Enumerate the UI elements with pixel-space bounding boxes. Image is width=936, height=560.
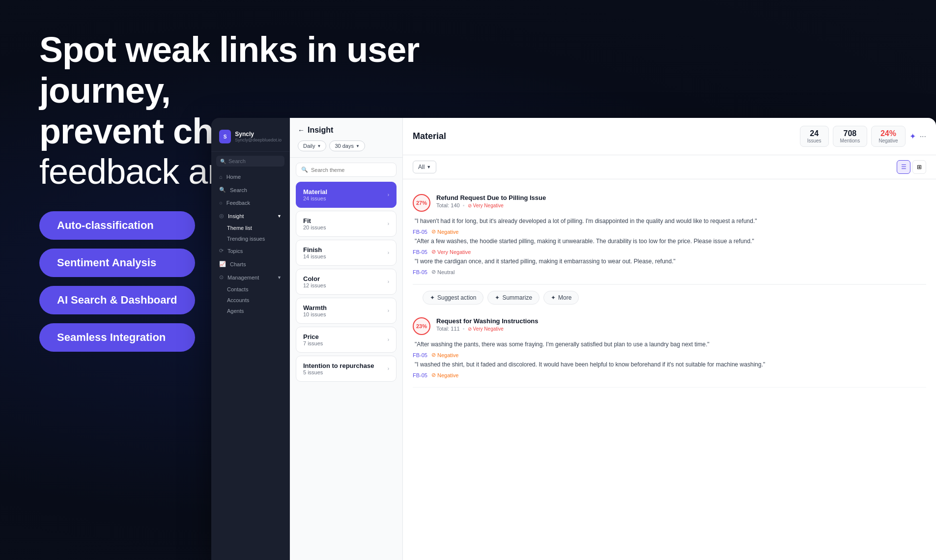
sidebar-item-topics[interactable]: ⟳ Topics (211, 244, 289, 257)
dot-separator: • (463, 202, 465, 208)
sidebar-sub-accounts[interactable]: Accounts (211, 295, 289, 306)
stat-negative-label: Negative (879, 138, 898, 143)
sentiment-label: Neutral (437, 269, 454, 275)
right-panel: Material 24 Issues 708 Mentions 24% Nega… (403, 118, 936, 560)
daily-filter-label: Daily (303, 143, 315, 149)
theme-card-fit[interactable]: Fit 20 issues › (296, 211, 397, 237)
stat-negative-num: 24% (879, 129, 898, 138)
insight-icon: ◎ (219, 213, 224, 219)
theme-card-color[interactable]: Color 12 issues › (296, 269, 397, 295)
back-button[interactable]: ← Insight (298, 126, 395, 135)
sidebar-sub-contacts[interactable]: Contacts (211, 284, 289, 295)
theme-search-input[interactable] (311, 167, 391, 173)
daily-filter[interactable]: Daily ▼ (298, 140, 326, 151)
grid-view-button[interactable]: ⊞ (912, 160, 926, 174)
feedback-title-group: Request for Washing Instructions Total: … (436, 317, 926, 332)
sidebar-item-charts[interactable]: 📈 Charts (211, 257, 289, 271)
feedback-item: 23% Request for Washing Instructions Tot… (413, 310, 926, 388)
theme-card-warmth[interactable]: Warmth 10 issues › (296, 298, 397, 324)
feedback-header: 27% Refund Request Due to Pilling Issue … (413, 194, 926, 212)
feedback-list: 27% Refund Request Due to Pilling Issue … (403, 179, 936, 560)
sidebar-item-home[interactable]: ⌂ Home (211, 170, 289, 183)
quote-tags: FB-05 ⊘ Neutral (413, 269, 926, 275)
quote-text: "I wore the cardigan once, and it starte… (415, 257, 926, 266)
stat-mentions-label: Mentions (840, 138, 860, 143)
badge-ai-search-dashboard[interactable]: AI Search & Dashboard (39, 286, 195, 314)
days-filter-label: 30 days (335, 143, 354, 149)
theme-card-price[interactable]: Price 7 issues › (296, 327, 397, 353)
theme-card-material[interactable]: Material 24 issues › (296, 182, 397, 208)
theme-name: Finish (303, 246, 326, 253)
theme-issues: 7 issues (303, 340, 323, 346)
badge-seamless-integration[interactable]: Seamless Integration (39, 323, 195, 352)
app-mockup: S Syncly Syncly@deepbluedot.io 🔍 Search … (211, 118, 936, 560)
sidebar-item-label: Insight (228, 213, 244, 219)
sentiment-icon: ⊘ (468, 326, 472, 332)
sidebar: S Syncly Syncly@deepbluedot.io 🔍 Search … (211, 118, 290, 560)
dot-separator: • (463, 326, 465, 332)
sentiment-badge: ⊘ Very Negative (468, 203, 504, 208)
tag-id: FB-05 (413, 229, 427, 235)
chevron-right-icon: › (388, 250, 389, 255)
chevron-right-icon: › (388, 192, 389, 197)
feedback-meta: Total: 140 • ⊘ Very Negative (436, 202, 926, 208)
sidebar-item-label: Feedback (227, 200, 250, 206)
theme-card-intention[interactable]: Intention to repurchase 5 issues › (296, 356, 397, 382)
summarize-button[interactable]: ✦ Summarize (487, 291, 539, 305)
more-options-icon[interactable]: ··· (920, 132, 926, 141)
ai-sparkle-icon[interactable]: ✦ (909, 132, 916, 141)
badge-sentiment-analysis[interactable]: Sentiment Analysis (39, 249, 195, 277)
list-view-button[interactable]: ☰ (897, 160, 910, 174)
header-actions: ✦ ··· (909, 132, 926, 141)
chevron-down-icon: ▼ (356, 144, 360, 148)
theme-search[interactable]: 🔍 (296, 163, 397, 177)
quote-text: "I haven't had it for long, but it's alr… (415, 217, 926, 225)
chevron-right-icon: › (388, 366, 389, 371)
all-filter-label: All (418, 164, 425, 170)
theme-name: Price (303, 333, 323, 340)
chevron-right-icon: › (388, 308, 389, 313)
tag-id: FB-05 (413, 372, 427, 378)
days-filter[interactable]: 30 days ▼ (329, 140, 365, 151)
chevron-down-icon: ▼ (317, 144, 321, 148)
sidebar-item-label: Charts (230, 261, 246, 267)
theme-card-finish[interactable]: Finish 14 issues › (296, 240, 397, 266)
sentiment-circle: 27% (413, 194, 430, 212)
tag-sentiment: ⊘ Negative (431, 352, 458, 358)
feedback-title: Refund Request Due to Pilling Issue (436, 194, 926, 201)
quote-text: "I washed the shirt, but it faded and di… (415, 360, 926, 369)
sidebar-search[interactable]: 🔍 Search (216, 156, 284, 167)
badge-auto-classification[interactable]: Auto-classification (39, 211, 195, 240)
search-icon: 🔍 (219, 187, 226, 193)
sidebar-item-search[interactable]: 🔍 Search (211, 183, 289, 196)
sidebar-item-feedback[interactable]: ○ Feedback (211, 196, 289, 209)
sidebar-item-management[interactable]: ⊙ Management ▼ (211, 271, 289, 284)
theme-issues: 20 issues (303, 224, 326, 230)
chevron-right-icon: › (388, 337, 389, 342)
sidebar-item-insight[interactable]: ◎ Insight ▼ (211, 209, 289, 223)
stat-negative: 24% Negative (871, 126, 905, 147)
suggest-action-button[interactable]: ✦ Suggest action (423, 291, 483, 305)
feedback-title-group: Refund Request Due to Pilling Issue Tota… (436, 194, 926, 208)
total-count: Total: 111 (436, 326, 460, 332)
sentiment-label: Negative (437, 372, 458, 378)
sentiment-label: Negative (437, 352, 458, 358)
more-button[interactable]: ✦ More (543, 291, 579, 305)
sidebar-sub-trending[interactable]: Trending issues (211, 233, 289, 244)
sidebar-sub-theme-list[interactable]: Theme list (211, 223, 289, 233)
stat-mentions-num: 708 (840, 129, 860, 138)
theme-issues: 12 issues (303, 282, 326, 288)
sentiment-icon: ⊘ (431, 352, 436, 358)
sentiment-text: Very Negative (473, 203, 504, 208)
sidebar-item-label: Search (230, 187, 247, 193)
all-filter-dropdown[interactable]: All ▼ (413, 161, 436, 173)
feedback-header: 23% Request for Washing Instructions Tot… (413, 317, 926, 335)
stat-mentions: 708 Mentions (833, 126, 868, 147)
total-count: Total: 140 (436, 202, 460, 208)
sidebar-sub-agents[interactable]: Agents (211, 306, 289, 316)
theme-issues: 24 issues (303, 196, 327, 201)
sentiment-icon: ⊘ (468, 203, 472, 208)
suggest-action-label: Suggest action (437, 294, 476, 301)
tag-id: FB-05 (413, 269, 427, 275)
feedback-meta: Total: 111 • ⊘ Very Negative (436, 326, 926, 332)
